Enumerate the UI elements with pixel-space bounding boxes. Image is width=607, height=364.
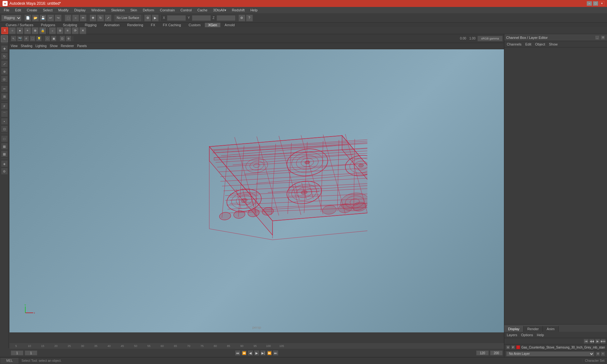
y-input[interactable] [192, 15, 211, 21]
module-curves[interactable]: Curves / Surfaces [3, 22, 36, 28]
menu-constrain[interactable]: Constrain [157, 8, 177, 13]
renderer-menu[interactable]: Renderer [61, 44, 74, 48]
scale-tool[interactable]: ⤢ [1, 60, 8, 67]
menu-create[interactable]: Create [24, 8, 40, 13]
menu-skin[interactable]: Skin [128, 8, 139, 13]
show-nav[interactable]: Show [549, 42, 558, 46]
start-frame-input[interactable] [11, 350, 23, 355]
tb-btn-6[interactable]: 🔒 [39, 27, 46, 34]
maximize-button[interactable]: □ [593, 1, 598, 6]
move-tool[interactable]: ✚ [1, 45, 8, 52]
module-animation[interactable]: Animation [101, 22, 123, 28]
snap-view[interactable]: ⊡ [1, 125, 8, 132]
soft-mod-tool[interactable]: ◎ [1, 76, 8, 82]
menu-display[interactable]: Display [72, 8, 88, 13]
show-menu[interactable]: Show [50, 44, 58, 48]
snap-curve[interactable]: ⌒ [1, 110, 8, 117]
vp-grid-btn[interactable]: # [23, 36, 29, 41]
save-scene-btn[interactable]: 💾 [40, 15, 46, 21]
display-options[interactable]: ⚙ [1, 168, 8, 175]
show-manip[interactable]: ⊞ [1, 93, 8, 100]
prev-frame-btn[interactable]: ◀ [248, 350, 253, 356]
module-custom[interactable]: Custom [186, 22, 204, 28]
new-scene-btn[interactable]: 📄 [24, 15, 31, 21]
next-frame-btn[interactable]: ▶| [260, 350, 266, 356]
workspace-dropdown[interactable]: Rigging [1, 15, 21, 21]
move-btn[interactable]: ✚ [89, 15, 96, 21]
menu-modify[interactable]: Modify [56, 8, 71, 13]
module-fx[interactable]: FX [148, 22, 158, 28]
view-menu[interactable]: View [11, 44, 18, 48]
edit-nav[interactable]: Edit [525, 42, 531, 46]
redo-btn[interactable]: ↪ [55, 15, 62, 21]
tb-btn-4[interactable]: + [24, 27, 31, 34]
help-btn[interactable]: ? [246, 15, 253, 21]
module-polygons[interactable]: Polygons [38, 22, 58, 28]
scale-btn[interactable]: ⤢ [105, 15, 112, 21]
module-rigging[interactable]: Rigging [82, 22, 100, 28]
layer-vis-v[interactable]: V [506, 345, 510, 349]
shading-menu[interactable]: Shading [21, 44, 33, 48]
tb-btn-9[interactable]: ≡ [64, 27, 71, 34]
paint-select-btn[interactable]: ✏ [80, 15, 87, 21]
anim-icon-1[interactable]: ⚙ [596, 352, 600, 356]
vp-camera-btn[interactable]: 📷 [17, 36, 23, 41]
vp-texture-btn[interactable]: ▣ [51, 36, 57, 41]
render-mode-2[interactable]: ▦ [1, 143, 8, 150]
select-tool[interactable]: ↖ [1, 35, 8, 42]
x-input[interactable] [167, 15, 186, 21]
menu-windows[interactable]: Windows [89, 8, 108, 13]
nav-prev[interactable]: ◀◀ [589, 339, 594, 344]
current-frame-input[interactable] [25, 350, 37, 355]
play-btn[interactable]: ▶ [254, 350, 260, 356]
tb-btn-8[interactable]: ⊛ [57, 27, 64, 34]
snap-grid[interactable]: # [1, 103, 8, 110]
anim-tab[interactable]: Anim [543, 326, 559, 332]
tb-btn-11[interactable]: ✕ [79, 27, 86, 34]
rotate-tool[interactable]: ↻ [1, 53, 8, 60]
layers-btn[interactable]: Layers [507, 333, 517, 337]
step-fwd-btn[interactable]: ⏩ [267, 350, 272, 356]
menu-skeleton[interactable]: Skeleton [108, 8, 127, 13]
menu-3dtall[interactable]: 3DtoAll▾ [211, 8, 229, 13]
step-back-btn[interactable]: ⏪ [241, 350, 247, 356]
timeline-ruler[interactable]: 5 10 15 20 25 30 35 40 45 50 55 60 65 70… [9, 343, 504, 349]
render-mode-1[interactable]: □ [1, 135, 8, 142]
undo-btn[interactable]: ↩ [47, 15, 54, 21]
nav-first[interactable]: ⏮ [584, 339, 589, 344]
vp-shading-btn[interactable]: □ [45, 36, 50, 41]
close-button[interactable]: ✕ [599, 1, 604, 6]
module-sculpting[interactable]: Sculpting [60, 22, 80, 28]
panels-menu[interactable]: Panels [77, 44, 87, 48]
isolate-select[interactable]: ◈ [1, 160, 8, 167]
render-tab[interactable]: Render [524, 326, 543, 332]
rotate-btn[interactable]: ↻ [97, 15, 104, 21]
channels-nav[interactable]: Channels [507, 42, 521, 46]
lasso-btn[interactable]: ○ [72, 15, 79, 21]
module-arnold[interactable]: Arnold [222, 22, 238, 28]
select-tool-btn[interactable]: ⬚ [64, 15, 71, 21]
vp-component-btn[interactable]: ⊕ [66, 36, 71, 41]
render-mode-3[interactable]: ▩ [1, 150, 8, 157]
object-nav[interactable]: Object [535, 42, 545, 46]
module-fxcaching[interactable]: FX Caching [160, 22, 184, 28]
mel-button[interactable]: MEL [0, 357, 19, 364]
vp-select-btn[interactable]: ↖ [11, 36, 16, 41]
gamma-dropdown[interactable]: sRGB gamma [477, 36, 503, 41]
vp-wireframe-btn[interactable]: ⬚ [30, 36, 35, 41]
vp-light-btn[interactable]: 💡 [36, 36, 42, 41]
menu-select[interactable]: Select [40, 8, 55, 13]
module-xgen[interactable]: XGen [205, 22, 220, 28]
panel-minimize-btn[interactable]: _ [595, 35, 599, 40]
help-ch-btn[interactable]: Help [537, 333, 544, 337]
no-live-surface-btn[interactable]: No Live Surface [114, 15, 141, 21]
panel-settings-btn[interactable]: ⚙ [601, 35, 605, 40]
lighting-menu[interactable]: Lighting [35, 44, 46, 48]
nav-last[interactable]: ▶⏭ [601, 339, 606, 344]
snap-point[interactable]: • [1, 118, 8, 125]
minimize-button[interactable]: − [587, 1, 592, 6]
settings-btn[interactable]: ⚙ [238, 15, 245, 21]
tb-btn-10[interactable]: ⟳ [72, 27, 79, 34]
tb-btn-2[interactable]: ○ [9, 27, 16, 34]
menu-edit[interactable]: Edit [13, 8, 24, 13]
